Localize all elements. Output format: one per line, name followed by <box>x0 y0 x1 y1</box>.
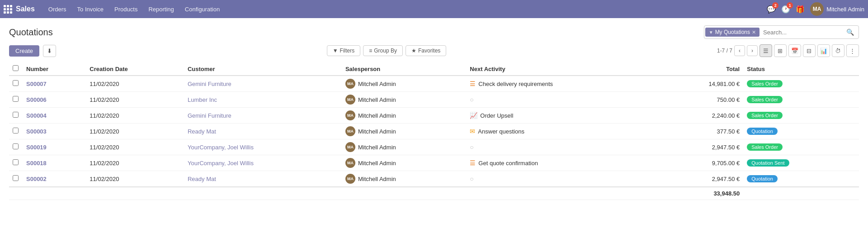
row-checkbox[interactable] <box>13 80 19 86</box>
activity-cell: 📈 Order Upsell <box>470 112 657 119</box>
row-options[interactable] <box>850 124 859 139</box>
nav-to-invoice[interactable]: To Invoice <box>73 4 108 14</box>
view-kanban-btn[interactable]: ⊞ <box>774 44 787 57</box>
nav-reporting[interactable]: Reporting <box>144 4 178 14</box>
col-creation-date[interactable]: Creation Date <box>86 62 184 76</box>
gift-icon-btn[interactable]: 🎁 <box>796 5 805 14</box>
nav-products[interactable]: Products <box>110 4 142 14</box>
activity-icon-btn[interactable]: 🕐 1 <box>781 5 790 14</box>
salesperson-avatar: MA <box>345 142 355 152</box>
chat-icon-btn[interactable]: 💬 2 <box>767 5 776 14</box>
col-salesperson[interactable]: Salesperson <box>342 62 466 76</box>
row-options[interactable] <box>850 108 859 124</box>
select-all-header[interactable] <box>9 62 23 76</box>
salesperson-name: Mitchell Admin <box>358 128 396 135</box>
order-number-link[interactable]: S00019 <box>26 144 47 151</box>
col-customer[interactable]: Customer <box>184 62 342 76</box>
row-customer[interactable]: Lumber Inc <box>184 92 342 108</box>
col-status[interactable]: Status <box>743 62 850 76</box>
row-checkbox[interactable] <box>13 96 19 102</box>
favorites-button[interactable]: ★ Favorites <box>406 45 446 56</box>
order-number-link[interactable]: S00003 <box>26 128 47 135</box>
order-number-link[interactable]: S00007 <box>26 81 47 87</box>
row-options[interactable] <box>850 155 859 171</box>
row-customer[interactable]: YourCompany, Joel Willis <box>184 155 342 171</box>
order-number-link[interactable]: S00002 <box>26 176 47 182</box>
salesperson-avatar: MA <box>345 126 355 136</box>
download-button[interactable]: ⬇ <box>43 45 56 57</box>
activity-label: Get quote confirmation <box>478 160 538 167</box>
filter-toolbar: Create ⬇ ▼ Filters ≡ Group By ★ Favorite… <box>9 44 859 57</box>
activity-label: Answer questions <box>478 128 524 135</box>
col-number[interactable]: Number <box>23 62 86 76</box>
customer-link[interactable]: Gemini Furniture <box>188 81 231 87</box>
col-total[interactable]: Total <box>661 62 743 76</box>
row-number[interactable]: S00006 <box>23 92 86 108</box>
pagination-next[interactable]: › <box>747 45 758 56</box>
status-badge: Sales Order <box>747 112 783 119</box>
row-customer[interactable]: YourCompany, Joel Willis <box>184 139 342 155</box>
row-customer[interactable]: Ready Mat <box>184 124 342 139</box>
customer-link[interactable]: YourCompany, Joel Willis <box>188 160 254 167</box>
status-badge: Sales Order <box>747 143 783 151</box>
filters-button[interactable]: ▼ Filters <box>327 45 361 56</box>
view-pivot-btn[interactable]: ⊟ <box>803 44 816 57</box>
activity-type-icon: 📈 <box>470 112 477 119</box>
row-checkbox[interactable] <box>13 175 19 181</box>
row-checkbox[interactable] <box>13 159 19 165</box>
more-options-btn[interactable]: ⋮ <box>846 44 859 57</box>
customer-link[interactable]: Ready Mat <box>188 176 216 182</box>
search-tag-my-quotations[interactable]: ▼ My Quotations ✕ <box>705 28 760 37</box>
app-brand[interactable]: Sales <box>4 5 35 14</box>
row-salesperson: MA Mitchell Admin <box>342 155 466 171</box>
view-graph-btn[interactable]: 📊 <box>817 44 830 57</box>
customer-link[interactable]: Gemini Furniture <box>188 112 231 119</box>
order-number-link[interactable]: S00006 <box>26 96 47 103</box>
user-menu[interactable]: MA Mitchell Admin <box>810 2 864 16</box>
row-checkbox[interactable] <box>13 143 19 149</box>
row-customer[interactable]: Gemini Furniture <box>184 108 342 124</box>
customer-link[interactable]: Lumber Inc <box>188 96 217 103</box>
pagination-prev[interactable]: ‹ <box>734 45 745 56</box>
nav-configuration[interactable]: Configuration <box>180 4 224 14</box>
row-options[interactable] <box>850 76 859 92</box>
table-row: S00019 11/02/2020 YourCompany, Joel Will… <box>9 139 859 155</box>
row-number[interactable]: S00002 <box>23 171 86 187</box>
search-submit-icon[interactable]: 🔍 <box>842 26 859 38</box>
search-input[interactable] <box>760 27 842 38</box>
row-number[interactable]: S00004 <box>23 108 86 124</box>
header-right-group: 1-7 / 7 ‹ › ☰ ⊞ 📅 ⊟ 📊 ⏱ ⋮ <box>717 44 859 57</box>
view-activity-btn[interactable]: ⏱ <box>832 44 844 57</box>
row-number[interactable]: S00019 <box>23 139 86 155</box>
col-options[interactable] <box>850 62 859 76</box>
row-options[interactable] <box>850 171 859 187</box>
view-calendar-btn[interactable]: 📅 <box>788 44 801 57</box>
row-number[interactable]: S00003 <box>23 124 86 139</box>
row-checkbox-cell <box>9 76 23 92</box>
order-number-link[interactable]: S00004 <box>26 112 47 119</box>
row-options[interactable] <box>850 92 859 108</box>
row-checkbox[interactable] <box>13 112 19 118</box>
select-all-checkbox[interactable] <box>13 65 19 71</box>
row-number[interactable]: S00007 <box>23 76 86 92</box>
row-options[interactable] <box>850 139 859 155</box>
activity-cell: ○ <box>470 143 657 151</box>
col-next-activity[interactable]: Next Activity <box>466 62 660 76</box>
nav-orders[interactable]: Orders <box>44 4 71 14</box>
navbar-menu: Orders To Invoice Products Reporting Con… <box>44 4 767 14</box>
table-row: S00018 11/02/2020 YourCompany, Joel Will… <box>9 155 859 171</box>
customer-link[interactable]: Ready Mat <box>188 128 216 135</box>
row-customer[interactable]: Gemini Furniture <box>184 76 342 92</box>
row-number[interactable]: S00018 <box>23 155 86 171</box>
view-list-btn[interactable]: ☰ <box>760 44 772 57</box>
search-tag-close[interactable]: ✕ <box>752 29 756 35</box>
row-customer[interactable]: Ready Mat <box>184 171 342 187</box>
group-by-button[interactable]: ≡ Group By <box>363 45 403 56</box>
create-button[interactable]: Create <box>9 45 39 57</box>
row-checkbox[interactable] <box>13 128 19 134</box>
order-number-link[interactable]: S00018 <box>26 160 47 167</box>
table-row: S00007 11/02/2020 Gemini Furniture MA Mi… <box>9 76 859 92</box>
customer-link[interactable]: YourCompany, Joel Willis <box>188 144 254 151</box>
status-badge: Quotation <box>747 175 778 182</box>
salesperson-cell: MA Mitchell Admin <box>345 142 462 152</box>
